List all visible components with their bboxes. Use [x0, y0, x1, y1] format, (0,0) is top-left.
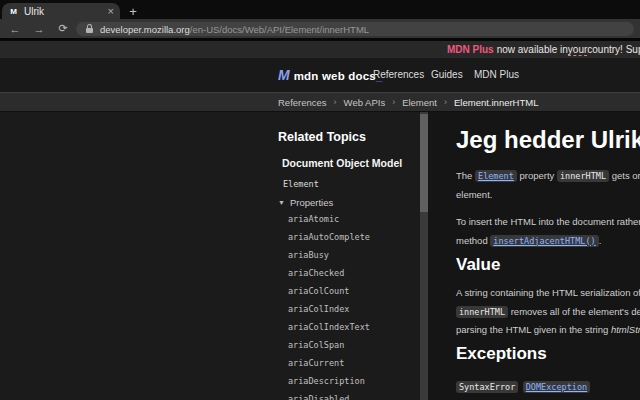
- back-button[interactable]: ←: [6, 19, 24, 38]
- insert-text-b: .: [599, 235, 602, 246]
- mdn-plus-banner: MDN Plus now available in your country! …: [0, 41, 640, 58]
- innerhtml-code-2: innerHTML: [456, 306, 508, 318]
- nav-mdn-plus[interactable]: MDN Plus: [474, 69, 519, 80]
- url-bar[interactable]: developer.mozilla.org/en-US/docs/Web/API…: [76, 22, 634, 36]
- value-text-line1: A string containing the HTML serializati…: [456, 284, 640, 303]
- plus-icon: +: [129, 4, 137, 19]
- value-paragraph: A string containing the HTML serializati…: [456, 284, 640, 340]
- chevron-right-icon: ›: [392, 97, 395, 107]
- sidebar-item-document-object-model[interactable]: Document Object Model: [282, 157, 402, 169]
- sidebar: Related Topics Document Object Model Ele…: [278, 112, 420, 400]
- intro-text-line2: element.: [456, 186, 640, 205]
- domexception-link[interactable]: DOMException: [523, 381, 590, 393]
- value-heading: Value: [456, 255, 500, 275]
- breadcrumb-bar: References › Web APIs › Element › Elemen…: [0, 92, 640, 112]
- banner-underlined-word: your: [568, 44, 587, 56]
- intro-text-b: property: [517, 170, 557, 181]
- exception-term: SyntaxError DOMException: [456, 376, 590, 394]
- url-path: /en-US/docs/Web/API/Element/innerHTML: [190, 24, 369, 35]
- tab-strip: M Ulrik × +: [0, 0, 640, 19]
- innerhtml-code: innerHTML: [557, 170, 609, 182]
- chevron-right-icon: ›: [334, 97, 337, 107]
- breadcrumb-element[interactable]: Element: [402, 97, 437, 108]
- banner-highlight: MDN Plus: [447, 44, 494, 55]
- sidebar-item-ariaDescription[interactable]: ariaDescription: [288, 372, 370, 390]
- element-link[interactable]: Element: [475, 170, 517, 182]
- insertadjacenthtml-link[interactable]: insertAdjacentHTML(): [490, 235, 598, 247]
- sidebar-item-element[interactable]: Element: [283, 179, 319, 189]
- sidebar-item-ariaColSpan[interactable]: ariaColSpan: [288, 336, 370, 354]
- article: Jeg hedder Ulrik The Element property in…: [456, 112, 640, 400]
- url-text: developer.mozilla.org/en-US/docs/Web/API…: [100, 24, 369, 35]
- chevron-down-icon: ▼: [278, 199, 285, 206]
- value-text-line3a: parsing the HTML given in the string: [456, 324, 611, 335]
- intro-text-a: The: [456, 170, 475, 181]
- banner-link[interactable]: country! Support: [587, 44, 640, 55]
- sidebar-properties-list: ariaAtomic ariaAutoComplete ariaBusy ari…: [288, 210, 370, 400]
- chevron-right-icon: ›: [444, 97, 447, 107]
- reload-button[interactable]: ⟳: [54, 19, 72, 38]
- close-icon[interactable]: ×: [108, 6, 114, 17]
- syntaxerror-code: SyntaxError: [456, 381, 518, 393]
- nav-guides[interactable]: Guides: [431, 69, 463, 80]
- htmlstring-emphasis: htmlString: [611, 324, 640, 335]
- value-text-line2: removes all of the element's descen: [508, 306, 640, 317]
- breadcrumb-references[interactable]: References: [278, 97, 327, 108]
- sidebar-item-ariaCurrent[interactable]: ariaCurrent: [288, 354, 370, 372]
- sidebar-properties-toggle[interactable]: ▼ Properties: [278, 197, 333, 208]
- reload-icon: ⟳: [58, 22, 67, 35]
- banner-text: MDN Plus now available in your country! …: [447, 41, 640, 58]
- sidebar-scrollbar[interactable]: [420, 112, 428, 400]
- back-arrow-icon: ←: [10, 23, 21, 35]
- mdn-favicon-icon: M: [8, 6, 19, 17]
- sidebar-item-ariaChecked[interactable]: ariaChecked: [288, 264, 370, 282]
- mdn-logo-wordmark: mdn web docs: [294, 70, 376, 82]
- new-tab-button[interactable]: +: [124, 3, 142, 19]
- sidebar-item-ariaColIndexText[interactable]: ariaColIndexText: [288, 318, 370, 336]
- lock-icon: [86, 28, 93, 33]
- banner-text-a: now available in: [497, 44, 568, 55]
- intro-paragraph: The Element property innerHTML gets or s…: [456, 167, 640, 204]
- sidebar-heading: Related Topics: [278, 130, 366, 144]
- nav-references[interactable]: References: [373, 69, 424, 80]
- forward-arrow-icon: →: [34, 23, 45, 35]
- browser-tab[interactable]: M Ulrik ×: [2, 3, 120, 19]
- browser-toolbar: ← → ⟳ developer.mozilla.org/en-US/docs/W…: [0, 19, 640, 38]
- mdn-logo[interactable]: M mdn web docs _: [278, 67, 382, 83]
- sidebar-item-ariaAtomic[interactable]: ariaAtomic: [288, 210, 370, 228]
- intro-text-c: gets or set: [609, 170, 640, 181]
- sidebar-item-ariaAutoComplete[interactable]: ariaAutoComplete: [288, 228, 370, 246]
- url-domain: developer.mozilla.org: [100, 24, 190, 35]
- page-content: Related Topics Document Object Model Ele…: [0, 112, 640, 400]
- site-header: M mdn web docs _ References Guides MDN P…: [0, 58, 640, 92]
- insert-text-line1: To insert the HTML into the document rat…: [456, 213, 640, 232]
- sidebar-properties-label: Properties: [290, 197, 333, 208]
- sidebar-item-ariaDisabled[interactable]: ariaDisabled: [288, 390, 370, 400]
- tab-title: Ulrik: [24, 6, 108, 17]
- breadcrumb-current: Element.innerHTML: [454, 97, 538, 108]
- sidebar-item-ariaBusy[interactable]: ariaBusy: [288, 246, 370, 264]
- mdn-logo-m-icon: M: [278, 67, 290, 83]
- exceptions-heading: Exceptions: [456, 344, 547, 364]
- forward-button[interactable]: →: [30, 19, 48, 38]
- scrollbar-thumb[interactable]: [420, 114, 428, 212]
- breadcrumb: References › Web APIs › Element › Elemen…: [278, 93, 538, 111]
- insert-text-a: method: [456, 235, 490, 246]
- sidebar-item-ariaColCount[interactable]: ariaColCount: [288, 282, 370, 300]
- page-title: Jeg hedder Ulrik: [456, 126, 640, 154]
- insert-paragraph: To insert the HTML into the document rat…: [456, 213, 640, 250]
- breadcrumb-web-apis[interactable]: Web APIs: [344, 97, 386, 108]
- sidebar-item-ariaColIndex[interactable]: ariaColIndex: [288, 300, 370, 318]
